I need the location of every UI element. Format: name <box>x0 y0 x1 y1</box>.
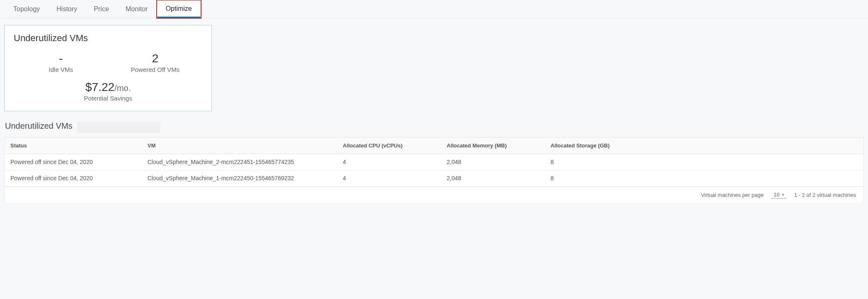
cell-mem: 2,048 <box>441 154 545 170</box>
metric-powered-off-vms: 2 Powered Off VMs <box>108 52 202 73</box>
chevron-down-icon: ▾ <box>782 192 784 197</box>
tab-optimize[interactable]: Optimize <box>157 0 201 18</box>
col-header-status[interactable]: Status <box>5 137 142 154</box>
cell-vm: Cloud_vSphere_Machine_2-mcm222451-155465… <box>142 154 337 170</box>
col-header-stor[interactable]: Allocated Storage (GB) <box>545 137 863 154</box>
pager-page-size-select[interactable]: 10 ▾ <box>771 191 787 199</box>
tab-history[interactable]: History <box>48 1 86 17</box>
pager-range-text: 1 - 2 of 2 virtual machines <box>794 192 856 198</box>
tab-monitor[interactable]: Monitor <box>117 1 156 17</box>
tab-optimize-highlight: Optimize <box>156 0 202 19</box>
tab-price[interactable]: Price <box>86 1 117 17</box>
section-filter-placeholder <box>77 121 160 133</box>
table-row[interactable]: Powered off since Dec 04, 2020Cloud_vSph… <box>5 154 863 170</box>
savings-amount: $7.22 <box>86 81 115 93</box>
col-header-mem[interactable]: Allocated Memory (MB) <box>441 137 545 154</box>
metric-idle-value: - <box>14 52 108 65</box>
cell-status: Powered off since Dec 04, 2020 <box>5 154 142 170</box>
col-header-cpu[interactable]: Allocated CPU (vCPUs) <box>337 137 441 154</box>
pager-page-size-value: 10 <box>774 191 779 198</box>
tab-topology[interactable]: Topology <box>5 1 48 17</box>
metric-idle-vms: - Idle VMs <box>14 52 108 73</box>
cell-stor: 8 <box>545 170 863 186</box>
metric-idle-label: Idle VMs <box>14 66 108 73</box>
cell-cpu: 4 <box>337 170 441 186</box>
cell-mem: 2,048 <box>441 170 545 186</box>
metric-poweredoff-value: 2 <box>108 52 202 65</box>
card-title: Underutilized VMs <box>14 33 202 44</box>
savings-unit: /mo. <box>115 83 131 93</box>
cell-cpu: 4 <box>337 154 441 170</box>
cell-stor: 8 <box>545 154 863 170</box>
metric-poweredoff-label: Powered Off VMs <box>108 66 202 73</box>
tab-bar: Topology History Price Monitor Optimize <box>0 0 868 18</box>
pagination-bar: Virtual machines per page 10 ▾ 1 - 2 of … <box>5 186 863 203</box>
vm-table: Status VM Allocated CPU (vCPUs) Allocate… <box>5 137 863 186</box>
cell-vm: Cloud_vSphere_Machine_1-mcm222450-155465… <box>142 170 337 186</box>
metric-potential-savings: $7.22/mo. Potential Savings <box>14 81 202 102</box>
underutilized-summary-card: Underutilized VMs - Idle VMs 2 Powered O… <box>4 25 212 111</box>
cell-status: Powered off since Dec 04, 2020 <box>5 170 142 186</box>
pager-label: Virtual machines per page <box>701 192 764 198</box>
table-row[interactable]: Powered off since Dec 04, 2020Cloud_vSph… <box>5 170 863 186</box>
section-title: Underutilized VMs <box>5 121 72 130</box>
savings-label: Potential Savings <box>14 95 202 102</box>
table-header-row: Status VM Allocated CPU (vCPUs) Allocate… <box>5 137 863 154</box>
col-header-vm[interactable]: VM <box>142 137 337 154</box>
